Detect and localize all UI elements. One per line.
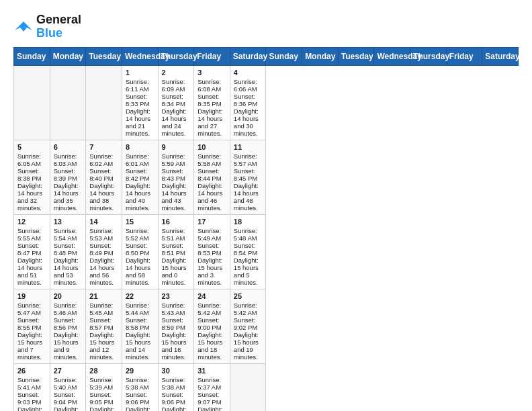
day-header-friday: Friday — [446, 47, 482, 65]
day-cell: 10Sunrise: 5:58 AMSunset: 8:44 PMDayligh… — [194, 140, 230, 214]
sunset: Sunset: 8:57 PM — [89, 316, 113, 331]
sunrise: Sunrise: 5:38 AM — [126, 376, 149, 391]
daylight: Daylight: 14 hours and 43 minutes. — [162, 182, 187, 212]
sunset: Sunset: 8:44 PM — [197, 167, 221, 182]
day-header-wednesday: Wednesday — [122, 47, 158, 65]
sunset: Sunset: 8:56 PM — [54, 316, 77, 331]
sunrise: Sunrise: 5:42 AM — [234, 302, 257, 316]
sunset: Sunset: 8:40 PM — [89, 167, 113, 182]
daylight: Daylight: 15 hours and 12 minutes. — [89, 331, 114, 361]
day-cell: 3Sunrise: 6:08 AMSunset: 8:35 PMDaylight… — [194, 65, 230, 140]
sunrise: Sunrise: 5:54 AM — [54, 227, 77, 242]
calendar-table: SundayMondayTuesdayWednesdayThursdayFrid… — [13, 47, 519, 411]
day-cell: 5Sunrise: 6:05 AMSunset: 8:38 PMDaylight… — [14, 140, 50, 214]
daylight: Daylight: 15 hours and 21 minutes. — [17, 406, 42, 411]
sunset: Sunset: 8:51 PM — [162, 242, 185, 257]
day-number: 18 — [234, 218, 263, 226]
day-number: 6 — [54, 143, 83, 151]
day-cell: 8Sunrise: 6:01 AMSunset: 8:42 PMDaylight… — [122, 140, 158, 214]
day-cell: 16Sunrise: 5:51 AMSunset: 8:51 PMDayligh… — [158, 214, 194, 289]
day-header-monday: Monday — [50, 47, 86, 65]
day-cell: 24Sunrise: 5:42 AMSunset: 9:00 PMDayligh… — [194, 289, 230, 363]
sunset: Sunset: 8:53 PM — [197, 242, 221, 257]
daylight: Daylight: 14 hours and 35 minutes. — [54, 182, 79, 212]
daylight: Daylight: 14 hours and 32 minutes. — [17, 182, 42, 212]
day-number: 17 — [197, 218, 226, 226]
day-header-sunday: Sunday — [266, 47, 302, 65]
sunset: Sunset: 8:49 PM — [89, 242, 113, 257]
day-number: 7 — [89, 143, 118, 151]
daylight: Daylight: 14 hours and 27 minutes. — [197, 107, 222, 137]
daylight: Daylight: 14 hours and 40 minutes. — [126, 182, 150, 212]
day-number: 11 — [234, 143, 263, 151]
sunset: Sunset: 8:35 PM — [197, 93, 221, 107]
day-number: 29 — [126, 367, 154, 375]
day-number: 22 — [126, 292, 154, 300]
sunrise: Sunrise: 5:44 AM — [126, 302, 149, 316]
sunset: Sunset: 9:00 PM — [197, 316, 221, 331]
day-number: 26 — [17, 367, 46, 375]
day-cell: 21Sunrise: 5:45 AMSunset: 8:57 PMDayligh… — [86, 289, 122, 363]
sunset: Sunset: 8:36 PM — [234, 93, 257, 107]
sunrise: Sunrise: 6:05 AM — [17, 152, 41, 167]
daylight: Daylight: 15 hours and 27 minutes. — [126, 406, 150, 411]
sunrise: Sunrise: 6:03 AM — [54, 152, 77, 167]
day-cell: 14Sunrise: 5:53 AMSunset: 8:49 PMDayligh… — [86, 214, 122, 289]
day-number: 16 — [162, 218, 191, 226]
day-number: 21 — [89, 292, 118, 300]
sunset: Sunset: 8:54 PM — [234, 242, 257, 257]
day-number: 13 — [54, 218, 83, 226]
day-number: 2 — [162, 68, 191, 77]
sunrise: Sunrise: 6:08 AM — [197, 78, 221, 93]
day-number: 27 — [54, 367, 83, 375]
sunrise: Sunrise: 6:06 AM — [234, 78, 257, 93]
sunrise: Sunrise: 5:46 AM — [54, 302, 77, 316]
day-cell: 29Sunrise: 5:38 AMSunset: 9:06 PMDayligh… — [122, 363, 158, 411]
daylight: Daylight: 15 hours and 14 minutes. — [126, 331, 150, 361]
day-cell: 22Sunrise: 5:44 AMSunset: 8:58 PMDayligh… — [122, 289, 158, 363]
daylight: Daylight: 15 hours and 0 minutes. — [162, 257, 187, 286]
sunrise: Sunrise: 5:49 AM — [197, 227, 221, 242]
sunrise: Sunrise: 6:02 AM — [89, 152, 113, 167]
sunrise: Sunrise: 5:48 AM — [234, 227, 257, 242]
sunset: Sunset: 9:05 PM — [89, 391, 113, 406]
day-cell: 20Sunrise: 5:46 AMSunset: 8:56 PMDayligh… — [50, 289, 86, 363]
day-cell: 23Sunrise: 5:43 AMSunset: 8:59 PMDayligh… — [158, 289, 194, 363]
day-number: 30 — [162, 367, 191, 375]
week-row-3: 12Sunrise: 5:55 AMSunset: 8:47 PMDayligh… — [14, 214, 519, 289]
day-cell: 12Sunrise: 5:55 AMSunset: 8:47 PMDayligh… — [14, 214, 50, 289]
daylight: Daylight: 14 hours and 38 minutes. — [89, 182, 114, 212]
logo-text: GeneralBlue — [36, 13, 81, 40]
day-cell: 19Sunrise: 5:47 AMSunset: 8:55 PMDayligh… — [14, 289, 50, 363]
day-cell: 31Sunrise: 5:37 AMSunset: 9:07 PMDayligh… — [194, 363, 230, 411]
day-number: 24 — [197, 292, 226, 300]
day-number: 1 — [126, 68, 154, 77]
day-number: 20 — [54, 292, 83, 300]
page-header: GeneralBlue — [13, 13, 519, 40]
sunset: Sunset: 9:06 PM — [162, 391, 185, 406]
sunrise: Sunrise: 5:39 AM — [89, 376, 113, 391]
daylight: Daylight: 14 hours and 56 minutes. — [89, 257, 114, 286]
sunset: Sunset: 8:42 PM — [126, 167, 149, 182]
sunrise: Sunrise: 5:58 AM — [197, 152, 221, 167]
sunrise: Sunrise: 5:51 AM — [162, 227, 185, 242]
sunset: Sunset: 8:39 PM — [54, 167, 77, 182]
week-row-4: 19Sunrise: 5:47 AMSunset: 8:55 PMDayligh… — [14, 289, 519, 363]
daylight: Daylight: 14 hours and 30 minutes. — [234, 107, 259, 137]
sunset: Sunset: 9:02 PM — [234, 316, 257, 331]
day-cell: 18Sunrise: 5:48 AMSunset: 8:54 PMDayligh… — [230, 214, 266, 289]
day-number: 12 — [17, 218, 46, 226]
day-cell: 1Sunrise: 6:11 AMSunset: 8:33 PMDaylight… — [122, 65, 158, 140]
day-number: 23 — [162, 292, 191, 300]
daylight: Daylight: 15 hours and 3 minutes. — [197, 257, 222, 286]
sunrise: Sunrise: 5:37 AM — [197, 376, 221, 391]
sunset: Sunset: 8:58 PM — [126, 316, 149, 331]
day-cell: 2Sunrise: 6:09 AMSunset: 8:34 PMDaylight… — [158, 65, 194, 140]
week-row-1: 1Sunrise: 6:11 AMSunset: 8:33 PMDaylight… — [14, 65, 519, 140]
sunrise: Sunrise: 6:09 AM — [162, 78, 185, 93]
day-cell: 6Sunrise: 6:03 AMSunset: 8:39 PMDaylight… — [50, 140, 86, 214]
day-cell: 11Sunrise: 5:57 AMSunset: 8:45 PMDayligh… — [230, 140, 266, 214]
daylight: Daylight: 15 hours and 25 minutes. — [89, 406, 114, 411]
day-number: 5 — [17, 143, 46, 151]
sunset: Sunset: 9:04 PM — [54, 391, 77, 406]
